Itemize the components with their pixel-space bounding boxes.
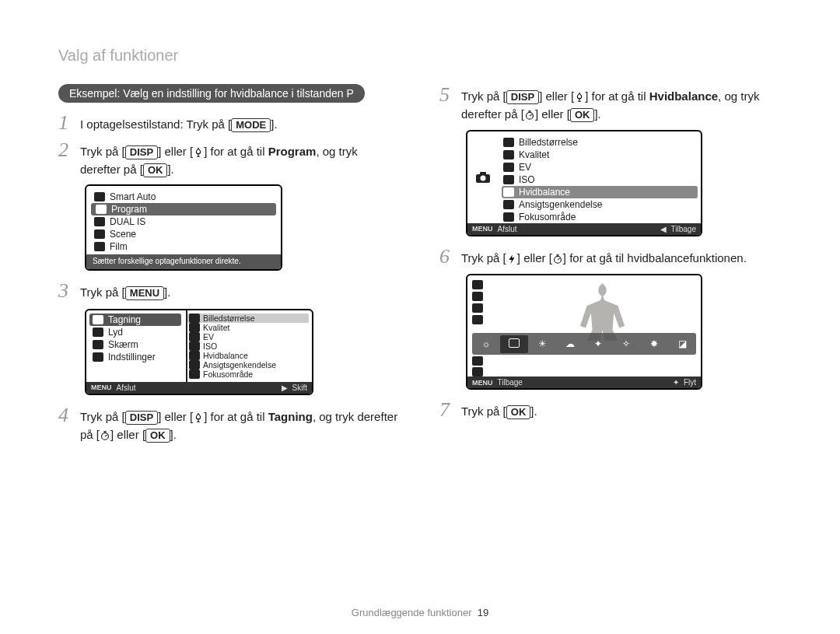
iso-icon <box>189 342 200 351</box>
step-number: 1 <box>58 112 80 135</box>
step-number: 6 <box>439 246 461 268</box>
step-number: 5 <box>439 84 461 107</box>
mode-item[interactable]: Smart Auto <box>86 191 281 203</box>
shoot-item[interactable]: Ansigtsgenkendelse <box>502 198 698 211</box>
camera-icon <box>475 171 491 184</box>
ok-button-label: OK <box>145 429 170 443</box>
quality-icon <box>472 292 483 301</box>
iso-icon <box>503 175 514 184</box>
scene-icon <box>94 229 105 239</box>
wb-options-strip[interactable]: ☼ ☀ ☁ ✦ ✧ ✸ ◪ <box>472 333 696 355</box>
menu-tab[interactable]: Skærm <box>89 338 183 351</box>
step-text: I optagelsestilstand: Tryk på [ <box>80 117 231 131</box>
wb-option[interactable]: ✦ <box>584 338 612 349</box>
wb-option-selected[interactable] <box>500 335 528 353</box>
wb-option[interactable]: ☼ <box>472 338 500 349</box>
wb-option[interactable]: ☀ <box>528 338 556 349</box>
mode-item[interactable]: Film <box>86 240 281 253</box>
timer-icon <box>100 430 110 441</box>
wb-option[interactable]: ◪ <box>668 338 696 349</box>
wb-option[interactable]: ☁ <box>556 338 584 349</box>
menu-icon: MENU <box>472 379 493 387</box>
menu-item[interactable]: Ansigtsgenkendelse <box>187 360 309 370</box>
step-number: 7 <box>439 399 461 422</box>
left-arrow-icon: ◀ <box>660 225 667 233</box>
right-arrow-icon: ▶ <box>282 384 288 392</box>
flash-icon <box>506 254 517 264</box>
wb-current-label: Dagslys <box>502 321 532 330</box>
step-number: 3 <box>58 280 80 303</box>
quality-icon <box>503 150 514 159</box>
mode-item[interactable]: DUAL IS <box>86 215 281 228</box>
camera-icon <box>93 315 103 324</box>
quality-icon <box>189 323 200 332</box>
wb-preview-panel: Dagslys ☼ ☀ ☁ ✦ ✧ ✸ ◪ <box>466 274 702 390</box>
face-icon <box>503 200 514 209</box>
example-pill: Eksempel: Vælg en indstilling for hvidba… <box>58 84 365 103</box>
svg-point-4 <box>481 175 486 180</box>
mode-list-panel: Smart Auto Program DUAL IS Scene Film Sæ… <box>85 184 282 271</box>
menu-item[interactable]: Fokusområde <box>187 370 309 379</box>
mode-item[interactable]: Scene <box>86 228 281 240</box>
step-4: 4 Tryk på [DISP] eller [] for at gå til … <box>58 405 401 444</box>
menu-tab[interactable]: Indstillinger <box>89 351 183 363</box>
menu-item[interactable]: EV <box>187 332 309 342</box>
move-icon: ✦ <box>673 378 679 387</box>
smart-auto-icon <box>94 192 105 201</box>
menu-icon: MENU <box>472 225 493 233</box>
step-7: 7 Tryk på [OK]. <box>439 399 782 422</box>
step-6: 6 Tryk på [] eller [] for at gå til hvid… <box>439 246 782 268</box>
ok-button-label: OK <box>143 163 168 177</box>
ok-button-label: OK <box>506 405 531 419</box>
disp-button-label: DISP <box>506 90 539 104</box>
step-number: 4 <box>58 405 80 427</box>
focus-icon <box>503 212 514 222</box>
shoot-item[interactable]: ISO <box>502 173 698 186</box>
menu-item[interactable]: Hvidbalance <box>187 351 309 360</box>
shoot-item[interactable]: Kvalitet <box>502 149 698 161</box>
ev-icon <box>189 332 200 342</box>
menu-tab-selected[interactable]: Tagning <box>89 313 181 326</box>
step-5: 5 Tryk på [DISP] eller [] for at gå til … <box>439 84 782 124</box>
shoot-item[interactable]: Billedstørrelse <box>502 136 698 149</box>
page-title: Valg af funktioner <box>58 47 782 65</box>
menu-icon: MENU <box>91 384 112 391</box>
display-icon <box>93 340 103 349</box>
ok-button-label: OK <box>570 108 595 122</box>
wb-icon <box>503 187 514 197</box>
column-right: 5 Tryk på [DISP] eller [] for at gå til … <box>439 84 782 448</box>
menu-item[interactable]: ISO <box>187 342 309 351</box>
dual-is-icon <box>94 217 105 226</box>
mode-item-selected[interactable]: Program <box>91 203 276 215</box>
wb-option[interactable]: ✸ <box>640 338 668 349</box>
program-icon <box>96 205 107 214</box>
disp-button-label: DISP <box>125 411 158 425</box>
menu-item[interactable]: Billedstørrelse <box>187 313 309 323</box>
timer-icon <box>524 110 535 121</box>
settings-icon <box>93 352 103 362</box>
page-footer: Grundlæggende funktioner 19 <box>0 607 840 618</box>
menu-tab[interactable]: Lyd <box>89 326 183 338</box>
svg-rect-3 <box>480 172 486 175</box>
mode-button-label: MODE <box>231 118 271 132</box>
step-2: 2 Tryk på [DISP] eller [] for at gå til … <box>58 139 401 179</box>
size-icon <box>472 280 483 289</box>
wb-option[interactable]: ✧ <box>612 338 640 349</box>
disp-button-label: DISP <box>125 145 158 159</box>
shoot-item-selected[interactable]: Hvidbalance <box>502 186 698 198</box>
film-icon <box>94 242 105 251</box>
macro-icon <box>574 92 585 103</box>
panel-footer: MENU Tilbage ✦ Flyt <box>467 377 701 388</box>
menu-item[interactable]: Kvalitet <box>187 323 309 332</box>
ev-icon <box>472 303 483 313</box>
face-icon <box>472 356 483 366</box>
shoot-item[interactable]: EV <box>502 161 698 173</box>
step-1: 1 I optagelsestilstand: Tryk på [MODE]. <box>58 112 401 135</box>
shoot-item[interactable]: Fokusområde <box>502 211 698 223</box>
macro-icon <box>193 147 204 158</box>
column-left: Eksempel: Vælg en indstilling for hvidba… <box>58 84 401 448</box>
mode-description: Sætter forskellige optagefunktioner dire… <box>86 254 281 269</box>
panel-footer: MENU Afslut ▶ Skift <box>86 382 312 394</box>
size-icon <box>503 138 514 147</box>
ev-icon <box>503 163 514 172</box>
